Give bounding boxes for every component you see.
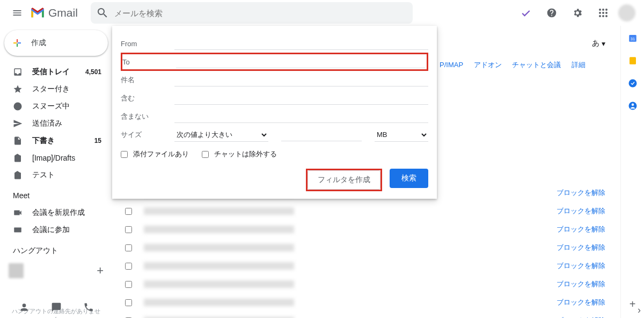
svg-point-6 — [599, 15, 601, 17]
filter-size-unit-select[interactable]: MB — [375, 128, 428, 142]
unblock-link[interactable]: ブロックを解除 — [557, 225, 605, 234]
blocked-checkbox[interactable] — [125, 281, 132, 288]
offline-icon[interactable] — [515, 2, 537, 24]
hangout-add-button[interactable]: + — [97, 264, 104, 278]
search-button[interactable]: 検索 — [390, 169, 428, 188]
clock-icon — [13, 102, 23, 111]
blocked-email — [144, 299, 294, 306]
filter-subject-input[interactable] — [174, 74, 428, 86]
blocked-addresses-list: ブロックを解除ブロックを解除ブロックを解除ブロックを解除ブロックを解除ブロックを… — [122, 184, 605, 318]
svg-point-0 — [599, 9, 601, 11]
meet-join[interactable]: 会議に参加 — [0, 221, 112, 238]
blocked-email — [144, 207, 294, 215]
support-icon[interactable] — [541, 2, 562, 24]
filter-size-op-select[interactable]: 次の値より大きい — [174, 128, 268, 142]
filter-to-input[interactable] — [176, 55, 425, 68]
hangout-phone-icon[interactable] — [83, 302, 94, 313]
svg-point-4 — [602, 12, 604, 14]
addons-button[interactable]: + — [630, 298, 636, 310]
blocked-checkbox[interactable] — [125, 244, 132, 251]
search-icon — [97, 8, 108, 18]
hangout-chat-icon[interactable] — [51, 302, 62, 313]
unblock-link[interactable]: ブロックを解除 — [557, 316, 605, 318]
hangout-contacts-icon[interactable] — [19, 302, 30, 313]
blocked-checkbox[interactable] — [125, 299, 132, 306]
tasks-icon[interactable] — [628, 78, 638, 88]
blocked-row: ブロックを解除 — [122, 312, 605, 318]
filter-checkboxes: 添付ファイルあり チャットは除外する — [121, 144, 428, 164]
search-input[interactable] — [114, 9, 406, 18]
apps-icon[interactable] — [592, 2, 614, 24]
create-filter-button[interactable]: フィルタを作成 — [308, 170, 380, 190]
blocked-row: ブロックを解除 — [122, 220, 605, 238]
search-bar[interactable] — [91, 2, 413, 24]
nav-item-star[interactable]: スター付き — [0, 81, 108, 98]
blocked-checkbox[interactable] — [125, 226, 132, 233]
unblock-link[interactable]: ブロックを解除 — [557, 279, 605, 289]
settings-icon[interactable] — [567, 2, 588, 24]
svg-rect-12 — [630, 57, 636, 64]
blocked-email — [144, 280, 294, 288]
meet-section-title: Meet — [0, 184, 112, 204]
filter-nothas-row: 含まない — [121, 107, 428, 126]
filter-size-value-input[interactable] — [281, 128, 362, 141]
unblock-link[interactable]: ブロックを解除 — [557, 243, 605, 252]
hangout-avatar[interactable] — [9, 263, 24, 278]
side-panel: 31 + — [620, 26, 644, 318]
filter-to-row: To — [121, 53, 428, 71]
label-icon — [13, 153, 23, 163]
filter-actions: フィルタを作成 検索 — [121, 164, 428, 191]
nav-item-send[interactable]: 送信済み — [0, 115, 108, 132]
send-icon — [13, 119, 23, 128]
settings-tabs: P/IMAP アドオン チャットと会議 詳細 — [440, 60, 594, 70]
blocked-checkbox[interactable] — [125, 263, 132, 270]
settings-tab[interactable]: P/IMAP — [440, 61, 463, 69]
account-avatar[interactable] — [618, 4, 635, 21]
blocked-row: ブロックを解除 — [122, 293, 605, 312]
meet-new[interactable]: 会議を新規作成 — [0, 204, 112, 221]
filter-subject-row: 件名 — [121, 71, 428, 89]
svg-point-1 — [602, 9, 604, 11]
nav-item-label[interactable]: [Imap]/Drafts — [0, 149, 108, 167]
unblock-link[interactable]: ブロックを解除 — [557, 298, 605, 307]
blocked-row: ブロックを解除 — [122, 275, 605, 293]
main-menu-button[interactable] — [4, 0, 30, 26]
calendar-icon[interactable]: 31 — [628, 33, 638, 43]
header-actions — [515, 2, 640, 24]
input-tools-button[interactable]: あ▾ — [592, 39, 605, 48]
contacts-icon[interactable] — [628, 101, 638, 111]
compose-button[interactable]: 作成 — [4, 30, 108, 56]
hangout-section-title: ハングアウト — [0, 238, 112, 260]
unblock-link[interactable]: ブロックを解除 — [557, 206, 605, 216]
side-panel-toggle[interactable]: › — [638, 305, 641, 316]
hangout-self-row: + — [0, 260, 112, 281]
unblock-link[interactable]: ブロックを解除 — [557, 188, 605, 198]
settings-tab[interactable]: アドオン — [474, 61, 502, 69]
gmail-logo[interactable]: Gmail — [30, 6, 78, 19]
blocked-email — [144, 244, 294, 251]
filter-nothas-input[interactable] — [174, 110, 428, 123]
svg-point-8 — [605, 15, 608, 17]
filter-exclude-chats-checkbox[interactable]: チャットは除外する — [202, 149, 277, 159]
dropdown-arrow-icon: ▾ — [602, 39, 605, 48]
svg-point-7 — [602, 15, 604, 17]
keep-icon[interactable] — [628, 56, 638, 66]
star-icon — [13, 84, 23, 94]
filter-attachment-checkbox[interactable]: 添付ファイルあり — [121, 149, 189, 159]
filter-has-input[interactable] — [174, 92, 428, 105]
filter-from-input[interactable] — [174, 37, 428, 50]
nav-item-label[interactable]: テスト — [0, 167, 108, 184]
unblock-link[interactable]: ブロックを解除 — [557, 261, 605, 271]
nav-item-clock[interactable]: スヌーズ中 — [0, 98, 108, 115]
compose-plus-icon — [11, 37, 24, 49]
settings-tab[interactable]: チャットと会議 — [512, 61, 561, 69]
settings-tab[interactable]: 詳細 — [572, 61, 586, 69]
blocked-checkbox[interactable] — [125, 208, 132, 215]
nav-item-draft[interactable]: 下書き15 — [0, 132, 108, 149]
blocked-row: ブロックを解除 — [122, 238, 605, 257]
svg-point-5 — [605, 12, 608, 14]
blocked-email — [144, 226, 294, 233]
inbox-icon — [13, 67, 23, 77]
nav-item-inbox[interactable]: 受信トレイ4,501 — [0, 63, 108, 81]
blocked-row: ブロックを解除 — [122, 257, 605, 275]
